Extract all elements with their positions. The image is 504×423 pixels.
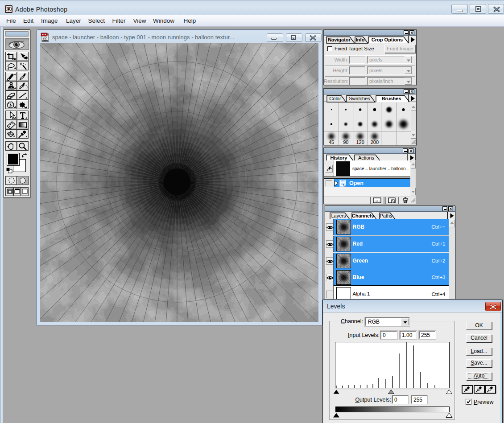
svg-text:45: 45 bbox=[329, 140, 334, 145]
svg-text:Actions: Actions bbox=[358, 155, 375, 160]
svg-text:Paths: Paths bbox=[380, 213, 392, 218]
svg-text:120: 120 bbox=[356, 140, 364, 145]
svg-text:Color: Color bbox=[329, 96, 341, 101]
svg-text:Info: Info bbox=[355, 37, 364, 42]
svg-text:90: 90 bbox=[343, 140, 348, 145]
svg-text:Channels: Channels bbox=[351, 213, 374, 218]
svg-text:Brushes: Brushes bbox=[381, 96, 401, 101]
svg-text:Navigator: Navigator bbox=[328, 37, 351, 42]
svg-text:Crop Options: Crop Options bbox=[372, 37, 403, 42]
svg-text:History: History bbox=[330, 155, 348, 160]
svg-text:200: 200 bbox=[371, 140, 379, 145]
svg-text:Layers: Layers bbox=[331, 213, 346, 218]
svg-text:Swatches: Swatches bbox=[349, 96, 370, 101]
